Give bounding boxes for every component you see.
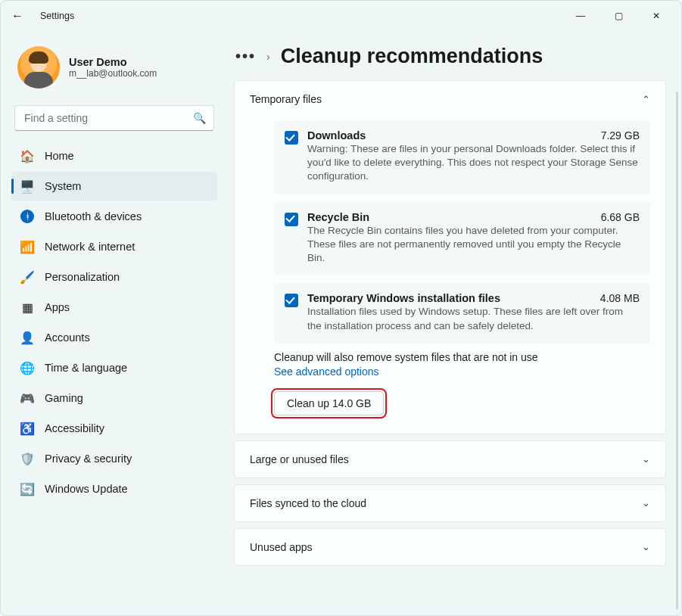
sidebar-item-label: Privacy & security: [45, 453, 132, 465]
option-size: 6.68 GB: [601, 211, 640, 223]
card-title: Files synced to the cloud: [250, 497, 366, 509]
sidebar-item-label: Time & language: [45, 362, 127, 374]
temporary-files-body: Downloads 7.29 GB Warning: These are fil…: [235, 117, 665, 434]
cleanup-option: Downloads 7.29 GB Warning: These are fil…: [274, 120, 650, 194]
page-title: Cleanup recommendations: [281, 45, 543, 68]
nav-list: 🏠 Home🖥️ Systemᚼ Bluetooth & devices📶 Ne…: [11, 142, 217, 503]
sidebar-item-label: Network & internet: [45, 241, 135, 253]
option-size: 4.08 MB: [600, 292, 640, 304]
profile-email: m__lab@outlook.com: [69, 68, 157, 79]
chevron-down-icon: ⌄: [642, 497, 650, 509]
breadcrumb-overflow-button[interactable]: •••: [235, 48, 256, 65]
sidebar-item-accessibility[interactable]: ♿ Accessibility: [11, 414, 217, 443]
personalization-icon: 🖌️: [20, 270, 34, 284]
checkbox[interactable]: [285, 294, 298, 307]
system-icon: 🖥️: [20, 179, 34, 193]
windows-update-icon: 🔄: [20, 482, 34, 496]
cleanup-option: Temporary Windows installation files 4.0…: [274, 283, 650, 343]
privacy-icon: 🛡️: [20, 452, 34, 465]
sidebar-item-label: Apps: [45, 301, 70, 313]
card-title: Unused apps: [250, 541, 313, 553]
breadcrumb: ••• › Cleanup recommendations: [235, 45, 666, 68]
sidebar-item-network-internet[interactable]: 📶 Network & internet: [11, 232, 217, 261]
collapsed-card: Files synced to the cloud ⌄: [234, 484, 666, 522]
card-title: Large or unused files: [250, 453, 349, 465]
accounts-icon: 👤: [20, 331, 34, 344]
avatar: [17, 46, 60, 89]
scrollbar[interactable]: [676, 92, 678, 609]
sidebar-item-apps[interactable]: ▦ Apps: [11, 293, 217, 322]
gaming-icon: 🎮: [20, 391, 34, 405]
home-icon: 🏠: [20, 149, 34, 163]
checkbox[interactable]: [285, 131, 298, 145]
sidebar-item-bluetooth-devices[interactable]: ᚼ Bluetooth & devices: [11, 202, 217, 231]
chevron-up-icon: ⌃: [642, 94, 650, 105]
temporary-files-card: Temporary files ⌃ Downloads 7.29 GB Warn…: [234, 80, 666, 434]
sidebar-item-windows-update[interactable]: 🔄 Windows Update: [11, 474, 217, 503]
minimize-button[interactable]: —: [569, 11, 592, 21]
cleanup-note: Cleanup will also remove system files th…: [274, 351, 650, 363]
sidebar-item-home[interactable]: 🏠 Home: [11, 142, 217, 170]
maximize-button[interactable]: ▢: [607, 11, 630, 21]
advanced-options-link[interactable]: See advanced options: [274, 366, 379, 378]
window-title: Settings: [40, 11, 74, 21]
option-description: The Recycle Bin contains files you have …: [307, 224, 640, 266]
card-header[interactable]: Large or unused files ⌄: [235, 441, 665, 478]
search-box[interactable]: 🔍: [14, 105, 214, 131]
time-language-icon: 🌐: [20, 361, 34, 375]
close-button[interactable]: ✕: [645, 11, 668, 21]
settings-window: ← Settings — ▢ ✕ User Demo m__lab@outloo…: [0, 0, 682, 616]
sidebar-item-time-language[interactable]: 🌐 Time & language: [11, 353, 217, 382]
sidebar: User Demo m__lab@outlook.com 🔍 🏠 Home🖥️ …: [1, 31, 228, 615]
search-input[interactable]: [23, 111, 193, 125]
sidebar-item-personalization[interactable]: 🖌️ Personalization: [11, 263, 217, 291]
option-title: Recycle Bin: [307, 211, 369, 223]
option-size: 7.29 GB: [601, 129, 640, 142]
option-description: Installation files used by Windows setup…: [307, 305, 640, 332]
sidebar-item-system[interactable]: 🖥️ System: [11, 172, 217, 201]
bluetooth-icon: ᚼ: [20, 210, 34, 223]
sidebar-item-label: Windows Update: [45, 483, 128, 495]
sidebar-item-accounts[interactable]: 👤 Accounts: [11, 323, 217, 352]
sidebar-item-label: Home: [45, 150, 74, 162]
option-title: Temporary Windows installation files: [307, 292, 500, 304]
sidebar-item-label: Personalization: [45, 271, 120, 283]
network-icon: 📶: [20, 240, 34, 254]
checkbox[interactable]: [285, 213, 298, 226]
profile-block[interactable]: User Demo m__lab@outlook.com: [11, 39, 217, 102]
cleanup-option: Recycle Bin 6.68 GB The Recycle Bin cont…: [274, 202, 650, 276]
search-icon[interactable]: 🔍: [193, 112, 206, 124]
sidebar-item-label: Accessibility: [45, 422, 104, 434]
sidebar-item-privacy-security[interactable]: 🛡️ Privacy & security: [11, 444, 217, 473]
temporary-files-header[interactable]: Temporary files ⌃: [235, 81, 665, 117]
option-description: Warning: These are files in your persona…: [307, 142, 640, 184]
title-bar: ← Settings — ▢ ✕: [1, 1, 681, 31]
cleanup-button[interactable]: Clean up 14.0 GB: [274, 391, 384, 415]
chevron-right-icon: ›: [266, 51, 270, 63]
back-button[interactable]: ←: [8, 9, 26, 23]
collapsed-card: Large or unused files ⌄: [234, 440, 666, 478]
profile-name: User Demo: [69, 56, 157, 68]
sidebar-item-gaming[interactable]: 🎮 Gaming: [11, 384, 217, 412]
window-controls: — ▢ ✕: [569, 11, 674, 21]
option-title: Downloads: [307, 129, 366, 142]
sidebar-item-label: Accounts: [45, 331, 90, 344]
sidebar-item-label: System: [45, 180, 81, 192]
chevron-down-icon: ⌄: [642, 541, 650, 552]
sidebar-item-label: Bluetooth & devices: [45, 210, 142, 222]
main-content: ••• › Cleanup recommendations Temporary …: [228, 31, 681, 615]
card-header[interactable]: Unused apps ⌄: [235, 529, 665, 565]
card-title: Temporary files: [250, 93, 322, 105]
accessibility-icon: ♿: [20, 422, 34, 435]
chevron-down-icon: ⌄: [642, 453, 650, 465]
sidebar-item-label: Gaming: [45, 392, 83, 404]
card-header[interactable]: Files synced to the cloud ⌄: [235, 485, 665, 521]
app-body: User Demo m__lab@outlook.com 🔍 🏠 Home🖥️ …: [1, 31, 681, 615]
collapsed-card: Unused apps ⌄: [234, 528, 666, 566]
apps-icon: ▦: [20, 300, 34, 314]
